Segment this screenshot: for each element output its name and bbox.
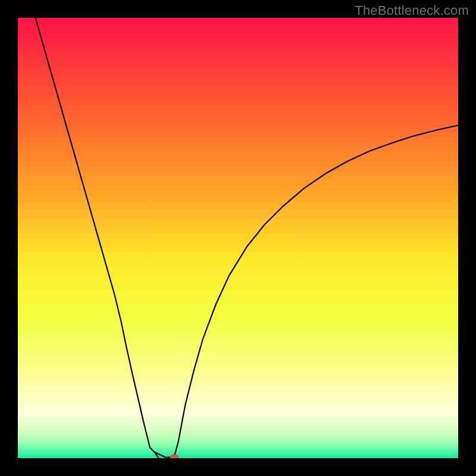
- bottleneck-chart: [18, 18, 458, 458]
- plot-inner: [18, 18, 458, 458]
- plot-area: [18, 18, 458, 458]
- figure-container: TheBottleneck.com: [0, 0, 476, 476]
- watermark-text: TheBottleneck.com: [355, 3, 469, 18]
- minimum-point-marker: [170, 454, 178, 458]
- gradient-background: [18, 18, 458, 458]
